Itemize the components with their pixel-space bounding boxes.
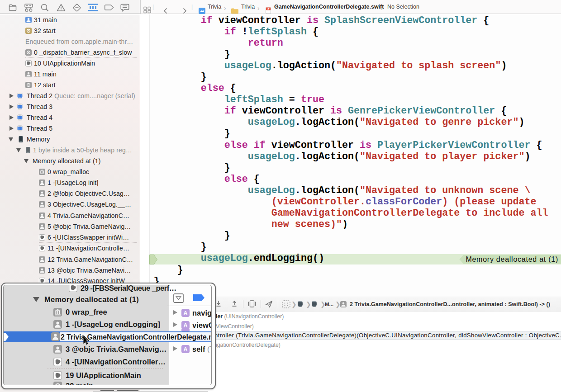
svg-text:A: A <box>183 346 188 353</box>
svg-text:A: A <box>183 322 188 329</box>
svg-text:A: A <box>183 310 188 316</box>
